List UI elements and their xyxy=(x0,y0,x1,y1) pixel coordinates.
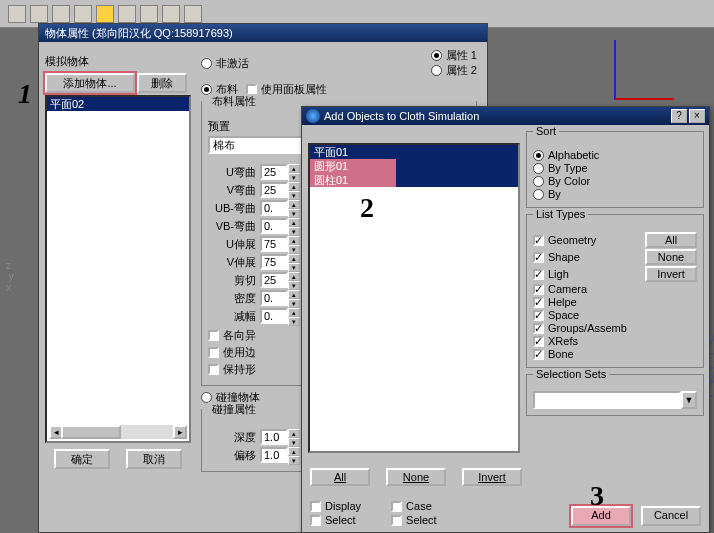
list-item[interactable]: 圆柱01 xyxy=(310,173,518,187)
camera-check[interactable]: Camera xyxy=(533,283,587,295)
list-item[interactable]: 圆形01 xyxy=(310,159,518,173)
cancel-button[interactable]: 取消 xyxy=(126,449,182,469)
viewport-axis: z yx xyxy=(6,260,14,293)
scroll-right-icon[interactable]: ▸ xyxy=(173,425,187,439)
select-dep-check[interactable]: Select xyxy=(391,514,437,526)
select-check[interactable]: Select xyxy=(310,514,361,526)
scrollbar[interactable]: ◂ ▸ xyxy=(49,425,187,439)
app-icon xyxy=(306,109,320,123)
sim-objects-label: 模拟物体 xyxy=(45,54,191,69)
invert-button[interactable]: Invert xyxy=(462,468,522,486)
shape-check[interactable]: Shape xyxy=(533,251,580,263)
dialog-title: Add Objects to Cloth Simulation ? × xyxy=(302,107,709,125)
selection-set-combo[interactable]: ▼ xyxy=(533,391,697,409)
scroll-thumb[interactable] xyxy=(61,425,121,439)
selection-sets-group: Selection Sets ▼ xyxy=(526,374,704,416)
add-object-button[interactable]: 添加物体... xyxy=(45,73,135,93)
ok-button[interactable]: 确定 xyxy=(54,449,110,469)
help-button[interactable]: ? xyxy=(671,109,687,123)
sort-group: Sort Alphabetic By Type By Color By xyxy=(526,131,704,208)
bone-check[interactable]: Bone xyxy=(533,348,574,360)
cancel-button[interactable]: Cancel xyxy=(641,506,701,526)
light-check[interactable]: Ligh xyxy=(533,268,569,280)
close-button[interactable]: × xyxy=(689,109,705,123)
none-button[interactable]: None xyxy=(645,249,697,265)
space-check[interactable]: Space xyxy=(533,309,579,321)
case-check[interactable]: Case xyxy=(391,500,437,512)
add-objects-dialog: Add Objects to Cloth Simulation ? × 平面01… xyxy=(301,106,710,533)
list-types-group: List Types GeometryAll ShapeNone LighInv… xyxy=(526,214,704,368)
attr1-radio[interactable]: 属性 1 xyxy=(431,48,477,63)
object-list[interactable]: 平面02 ◂ ▸ xyxy=(45,95,191,443)
list-item[interactable]: 平面02 xyxy=(47,97,189,111)
all-button[interactable]: All xyxy=(645,232,697,248)
geometry-check[interactable]: Geometry xyxy=(533,234,596,246)
all-button[interactable]: All xyxy=(310,468,370,486)
sort-alphabetic-radio[interactable]: Alphabetic xyxy=(533,149,697,161)
bg-axis-indicator xyxy=(614,40,674,100)
groups-check[interactable]: Groups/Assemb xyxy=(533,322,627,334)
add-button[interactable]: Add xyxy=(571,506,631,526)
object-list[interactable]: 平面01 圆形01 圆柱01 xyxy=(308,143,520,453)
dialog-title: 物体属性 (郑向阳汉化 QQ:158917693) xyxy=(39,24,487,42)
spinner[interactable]: ▴▾ xyxy=(288,164,300,180)
v-bend-input[interactable] xyxy=(260,182,288,198)
sort-bycolor-radio[interactable]: By Color xyxy=(533,175,697,187)
list-item[interactable]: 平面01 xyxy=(310,145,518,159)
attr2-radio[interactable]: 属性 2 xyxy=(431,63,477,78)
sort-bytype-radio[interactable]: By Type xyxy=(533,162,697,174)
noactive-radio[interactable]: 非激活 xyxy=(201,48,249,78)
sort-by-radio[interactable]: By xyxy=(533,188,697,200)
none-button[interactable]: None xyxy=(386,468,446,486)
xrefs-check[interactable]: XRefs xyxy=(533,335,578,347)
display-check[interactable]: Display xyxy=(310,500,361,512)
u-bend-input[interactable] xyxy=(260,164,288,180)
delete-button[interactable]: 删除 xyxy=(137,73,187,93)
chevron-down-icon[interactable]: ▼ xyxy=(681,391,697,409)
invert-button[interactable]: Invert xyxy=(645,266,697,282)
helper-check[interactable]: Helpe xyxy=(533,296,577,308)
annotation-1: 1 xyxy=(18,78,32,110)
